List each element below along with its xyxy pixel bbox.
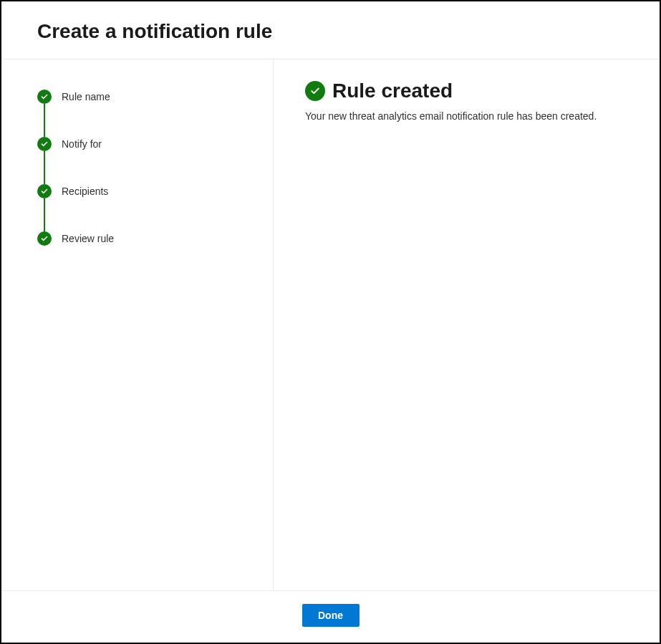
wizard-main: Rule created Your new threat analytics e… (274, 59, 660, 590)
checkmark-icon (37, 90, 52, 104)
page-title: Create a notification rule (37, 20, 624, 43)
done-button[interactable]: Done (302, 604, 360, 627)
step-connector (44, 198, 45, 231)
wizard-header: Create a notification rule (1, 1, 660, 59)
wizard-footer: Done (1, 590, 660, 643)
step-list: Rule name Notify for Recipients (37, 90, 244, 246)
step-label: Notify for (62, 138, 102, 150)
step-connector (44, 104, 45, 137)
step-label: Rule name (62, 91, 110, 102)
checkmark-icon (37, 137, 52, 151)
step-review-rule[interactable]: Review rule (37, 231, 244, 246)
result-heading: Rule created (305, 80, 628, 102)
wizard-sidebar: Rule name Notify for Recipients (1, 59, 274, 590)
step-rule-name[interactable]: Rule name (37, 90, 244, 104)
step-label: Review rule (62, 233, 114, 244)
step-recipients[interactable]: Recipients (37, 184, 244, 198)
step-connector (44, 151, 45, 184)
checkmark-icon (37, 184, 52, 198)
success-icon (305, 81, 325, 101)
checkmark-icon (37, 231, 52, 246)
result-title: Rule created (332, 80, 453, 102)
result-description: Your new threat analytics email notifica… (305, 110, 628, 124)
wizard-body: Rule name Notify for Recipients (1, 59, 660, 590)
step-label: Recipients (62, 186, 108, 197)
step-notify-for[interactable]: Notify for (37, 137, 244, 151)
